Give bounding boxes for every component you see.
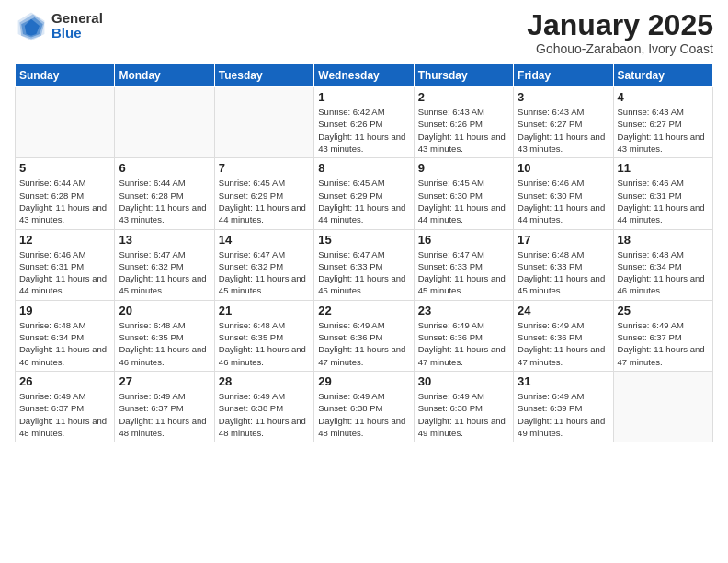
calendar-cell xyxy=(613,371,712,442)
day-number: 22 xyxy=(318,304,409,317)
day-info: Sunrise: 6:46 AM Sunset: 6:31 PM Dayligh… xyxy=(19,248,110,297)
calendar-cell: 29Sunrise: 6:49 AM Sunset: 6:38 PM Dayli… xyxy=(314,371,414,442)
day-info: Sunrise: 6:46 AM Sunset: 6:30 PM Dayligh… xyxy=(518,177,609,225)
calendar-header-monday: Monday xyxy=(115,64,214,87)
day-info: Sunrise: 6:47 AM Sunset: 6:33 PM Dayligh… xyxy=(318,248,409,297)
day-number: 1 xyxy=(318,90,409,104)
title-block: January 2025 Gohouo-Zarabaon, Ivory Coas… xyxy=(527,9,713,56)
logo-general: General xyxy=(51,11,103,27)
calendar-header-row: SundayMondayTuesdayWednesdayThursdayFrid… xyxy=(16,64,713,87)
day-number: 20 xyxy=(119,304,210,317)
calendar-cell: 20Sunrise: 6:48 AM Sunset: 6:35 PM Dayli… xyxy=(115,300,214,371)
calendar-cell: 26Sunrise: 6:49 AM Sunset: 6:37 PM Dayli… xyxy=(16,371,115,442)
day-number: 11 xyxy=(618,161,709,175)
day-info: Sunrise: 6:49 AM Sunset: 6:37 PM Dayligh… xyxy=(119,390,210,439)
day-info: Sunrise: 6:49 AM Sunset: 6:37 PM Dayligh… xyxy=(19,390,110,439)
day-info: Sunrise: 6:49 AM Sunset: 6:37 PM Dayligh… xyxy=(618,319,709,368)
calendar-cell: 21Sunrise: 6:48 AM Sunset: 6:35 PM Dayli… xyxy=(214,300,313,371)
calendar-week-row: 5Sunrise: 6:44 AM Sunset: 6:28 PM Daylig… xyxy=(16,158,713,229)
day-number: 18 xyxy=(618,233,709,247)
calendar-table: SundayMondayTuesdayWednesdayThursdayFrid… xyxy=(15,63,713,442)
calendar-cell: 5Sunrise: 6:44 AM Sunset: 6:28 PM Daylig… xyxy=(16,158,115,229)
month-title: January 2025 xyxy=(527,9,713,41)
day-number: 5 xyxy=(19,161,110,175)
day-info: Sunrise: 6:47 AM Sunset: 6:32 PM Dayligh… xyxy=(119,248,210,297)
calendar-week-row: 1Sunrise: 6:42 AM Sunset: 6:26 PM Daylig… xyxy=(16,87,713,158)
day-info: Sunrise: 6:49 AM Sunset: 6:36 PM Dayligh… xyxy=(518,319,609,368)
calendar-cell: 13Sunrise: 6:47 AM Sunset: 6:32 PM Dayli… xyxy=(115,229,214,300)
logo-text: General Blue xyxy=(51,11,103,41)
day-info: Sunrise: 6:49 AM Sunset: 6:38 PM Dayligh… xyxy=(219,390,310,439)
calendar-cell: 27Sunrise: 6:49 AM Sunset: 6:37 PM Dayli… xyxy=(115,371,214,442)
day-number: 27 xyxy=(119,374,210,388)
day-number: 28 xyxy=(219,374,310,388)
day-number: 25 xyxy=(618,304,709,317)
day-info: Sunrise: 6:42 AM Sunset: 6:26 PM Dayligh… xyxy=(318,106,409,155)
logo-icon xyxy=(15,9,48,42)
day-info: Sunrise: 6:48 AM Sunset: 6:34 PM Dayligh… xyxy=(19,319,110,368)
calendar-cell: 28Sunrise: 6:49 AM Sunset: 6:38 PM Dayli… xyxy=(214,371,313,442)
header: General Blue January 2025 Gohouo-Zarabao… xyxy=(15,9,713,56)
day-info: Sunrise: 6:49 AM Sunset: 6:36 PM Dayligh… xyxy=(318,319,409,368)
calendar-cell: 4Sunrise: 6:43 AM Sunset: 6:27 PM Daylig… xyxy=(613,87,712,158)
day-info: Sunrise: 6:48 AM Sunset: 6:34 PM Dayligh… xyxy=(618,248,709,297)
page: General Blue January 2025 Gohouo-Zarabao… xyxy=(0,0,728,563)
calendar-cell xyxy=(115,87,214,158)
day-info: Sunrise: 6:43 AM Sunset: 6:27 PM Dayligh… xyxy=(618,106,709,155)
day-number: 16 xyxy=(418,233,509,247)
calendar-cell: 30Sunrise: 6:49 AM Sunset: 6:38 PM Dayli… xyxy=(414,371,513,442)
day-info: Sunrise: 6:49 AM Sunset: 6:36 PM Dayligh… xyxy=(418,319,509,368)
day-number: 9 xyxy=(418,161,509,175)
day-number: 23 xyxy=(418,304,509,317)
calendar-cell: 24Sunrise: 6:49 AM Sunset: 6:36 PM Dayli… xyxy=(514,300,613,371)
calendar-header-tuesday: Tuesday xyxy=(214,64,313,87)
day-number: 12 xyxy=(19,233,110,247)
calendar-cell: 16Sunrise: 6:47 AM Sunset: 6:33 PM Dayli… xyxy=(414,229,513,300)
day-info: Sunrise: 6:47 AM Sunset: 6:32 PM Dayligh… xyxy=(219,248,310,297)
calendar-week-row: 12Sunrise: 6:46 AM Sunset: 6:31 PM Dayli… xyxy=(16,229,713,300)
day-number: 2 xyxy=(418,90,509,104)
calendar-cell: 22Sunrise: 6:49 AM Sunset: 6:36 PM Dayli… xyxy=(314,300,414,371)
calendar-cell xyxy=(214,87,313,158)
calendar-cell: 12Sunrise: 6:46 AM Sunset: 6:31 PM Dayli… xyxy=(16,229,115,300)
calendar-cell: 9Sunrise: 6:45 AM Sunset: 6:30 PM Daylig… xyxy=(414,158,513,229)
day-number: 7 xyxy=(219,161,310,175)
day-number: 24 xyxy=(518,304,609,317)
day-info: Sunrise: 6:45 AM Sunset: 6:29 PM Dayligh… xyxy=(219,177,310,225)
day-number: 29 xyxy=(318,374,409,388)
calendar-header-thursday: Thursday xyxy=(414,64,513,87)
day-info: Sunrise: 6:49 AM Sunset: 6:38 PM Dayligh… xyxy=(418,390,509,439)
calendar-cell: 11Sunrise: 6:46 AM Sunset: 6:31 PM Dayli… xyxy=(613,158,712,229)
day-info: Sunrise: 6:49 AM Sunset: 6:38 PM Dayligh… xyxy=(318,390,409,439)
calendar-cell: 23Sunrise: 6:49 AM Sunset: 6:36 PM Dayli… xyxy=(414,300,513,371)
calendar-cell: 25Sunrise: 6:49 AM Sunset: 6:37 PM Dayli… xyxy=(613,300,712,371)
calendar-cell: 7Sunrise: 6:45 AM Sunset: 6:29 PM Daylig… xyxy=(214,158,313,229)
calendar-cell: 3Sunrise: 6:43 AM Sunset: 6:27 PM Daylig… xyxy=(514,87,613,158)
calendar-cell: 31Sunrise: 6:49 AM Sunset: 6:39 PM Dayli… xyxy=(514,371,613,442)
day-info: Sunrise: 6:45 AM Sunset: 6:29 PM Dayligh… xyxy=(318,177,409,225)
day-number: 26 xyxy=(19,374,110,388)
day-number: 3 xyxy=(518,90,609,104)
calendar-week-row: 26Sunrise: 6:49 AM Sunset: 6:37 PM Dayli… xyxy=(16,371,713,442)
day-number: 31 xyxy=(518,374,609,388)
day-info: Sunrise: 6:48 AM Sunset: 6:33 PM Dayligh… xyxy=(518,248,609,297)
day-number: 8 xyxy=(318,161,409,175)
day-number: 13 xyxy=(119,233,210,247)
day-number: 21 xyxy=(219,304,310,317)
day-number: 14 xyxy=(219,233,310,247)
day-info: Sunrise: 6:45 AM Sunset: 6:30 PM Dayligh… xyxy=(418,177,509,225)
calendar-cell: 10Sunrise: 6:46 AM Sunset: 6:30 PM Dayli… xyxy=(514,158,613,229)
day-number: 4 xyxy=(618,90,709,104)
day-info: Sunrise: 6:47 AM Sunset: 6:33 PM Dayligh… xyxy=(418,248,509,297)
day-info: Sunrise: 6:49 AM Sunset: 6:39 PM Dayligh… xyxy=(518,390,609,439)
calendar-cell: 1Sunrise: 6:42 AM Sunset: 6:26 PM Daylig… xyxy=(314,87,414,158)
day-info: Sunrise: 6:46 AM Sunset: 6:31 PM Dayligh… xyxy=(618,177,709,225)
day-info: Sunrise: 6:48 AM Sunset: 6:35 PM Dayligh… xyxy=(219,319,310,368)
day-info: Sunrise: 6:44 AM Sunset: 6:28 PM Dayligh… xyxy=(119,177,210,225)
logo: General Blue xyxy=(15,9,103,42)
calendar-cell: 18Sunrise: 6:48 AM Sunset: 6:34 PM Dayli… xyxy=(613,229,712,300)
calendar-header-sunday: Sunday xyxy=(16,64,115,87)
day-number: 6 xyxy=(119,161,210,175)
calendar-header-friday: Friday xyxy=(514,64,613,87)
day-info: Sunrise: 6:48 AM Sunset: 6:35 PM Dayligh… xyxy=(119,319,210,368)
